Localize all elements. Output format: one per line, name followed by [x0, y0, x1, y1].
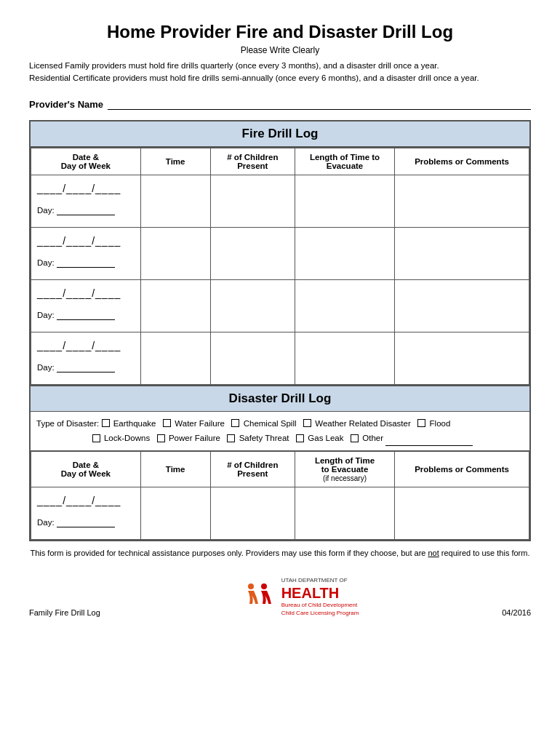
provider-name-underline — [108, 97, 531, 110]
date-cell: ____/____/____ Day: — [31, 175, 141, 227]
children-cell — [210, 279, 295, 332]
flood-checkbox[interactable] — [417, 419, 425, 427]
fire-drill-table: Date &Day of Week Time # of ChildrenPres… — [31, 148, 529, 385]
evacuate-cell — [295, 332, 395, 384]
time-cell — [140, 175, 210, 227]
date-cell: ____/____/____ Day: — [31, 227, 141, 279]
type-label: Type of Disaster: — [36, 419, 99, 428]
children-cell — [210, 227, 295, 279]
children-cell — [210, 175, 295, 227]
other-checkbox[interactable] — [351, 434, 359, 442]
type-of-disaster-row: Type of Disaster: Earthquake Water Failu… — [31, 412, 529, 451]
col-date-dow: Date &Day of Week — [31, 148, 141, 175]
footer: Family Fire Drill Log UTAH DEPARTMENT OF… — [29, 576, 531, 617]
dis-col-evacuate: Length of Timeto Evacuate(if necessary) — [295, 451, 395, 487]
footer-left: Family Fire Drill Log — [29, 608, 100, 617]
page-title: Home Provider Fire and Disaster Drill Lo… — [29, 22, 531, 42]
fire-drill-header: Fire Drill Log — [31, 121, 529, 148]
table-row: ____/____/____ Day: — [31, 175, 529, 227]
dis-date-cell: ____/____/____ Day: — [31, 487, 141, 539]
date-cell: ____/____/____ Day: — [31, 279, 141, 332]
fire-drill-log-section: Fire Drill Log Date &Day of Week Time # … — [29, 120, 531, 541]
gas-leak-checkbox[interactable] — [296, 434, 304, 442]
evacuate-cell — [295, 279, 395, 332]
dis-evacuate-cell — [295, 487, 395, 539]
table-row: ____/____/____ Day: — [31, 487, 529, 539]
dis-col-children: # of ChildrenPresent — [210, 451, 295, 487]
svg-point-0 — [248, 583, 254, 589]
lockdowns-checkbox[interactable] — [92, 434, 100, 442]
disaster-drill-header: Disaster Drill Log — [31, 385, 529, 412]
power-failure-checkbox[interactable] — [157, 434, 165, 442]
col-children: # of ChildrenPresent — [210, 148, 295, 175]
table-row: ____/____/____ Day: — [31, 332, 529, 384]
disaster-drill-table: Date &Day of Week Time # of ChildrenPres… — [31, 451, 529, 540]
provider-label: Provider's Name — [29, 99, 103, 110]
problems-cell — [395, 332, 529, 384]
disclaimer: This form is provided for technical assi… — [29, 547, 531, 559]
dis-time-cell — [140, 487, 210, 539]
provider-name-field: Provider's Name — [29, 97, 531, 110]
weather-disaster-checkbox[interactable] — [303, 419, 311, 427]
date-cell: ____/____/____ Day: — [31, 332, 141, 384]
table-row: ____/____/____ Day: — [31, 227, 529, 279]
problems-cell — [395, 227, 529, 279]
logo-text: UTAH DEPARTMENT OF HEALTH Bureau of Chil… — [281, 576, 359, 617]
dis-children-cell — [210, 487, 295, 539]
dis-col-time: Time — [140, 451, 210, 487]
problems-cell — [395, 279, 529, 332]
time-cell — [140, 227, 210, 279]
dis-col-problems: Problems or Comments — [395, 451, 529, 487]
table-row: ____/____/____ Day: — [31, 279, 529, 332]
col-problems: Problems or Comments — [395, 148, 529, 175]
children-cell — [210, 332, 295, 384]
footer-right: 04/2016 — [502, 608, 531, 617]
instructions: Licensed Family providers must hold fire… — [29, 60, 531, 85]
col-evacuate-time: Length of Time toEvacuate — [295, 148, 395, 175]
other-line — [385, 436, 473, 446]
evacuate-cell — [295, 175, 395, 227]
logo-area: UTAH DEPARTMENT OF HEALTH Bureau of Chil… — [244, 576, 359, 617]
subtitle: Please Write Clearly — [29, 45, 531, 55]
chemical-spill-checkbox[interactable] — [231, 419, 239, 427]
evacuate-cell — [295, 227, 395, 279]
dis-problems-cell — [395, 487, 529, 539]
utah-health-logo-icon — [244, 581, 276, 613]
svg-point-1 — [261, 583, 267, 589]
time-cell — [140, 332, 210, 384]
dis-col-date-dow: Date &Day of Week — [31, 451, 141, 487]
col-time: Time — [140, 148, 210, 175]
problems-cell — [395, 175, 529, 227]
earthquake-checkbox[interactable] — [102, 419, 110, 427]
time-cell — [140, 279, 210, 332]
water-failure-checkbox[interactable] — [163, 419, 171, 427]
safety-threat-checkbox[interactable] — [227, 434, 235, 442]
